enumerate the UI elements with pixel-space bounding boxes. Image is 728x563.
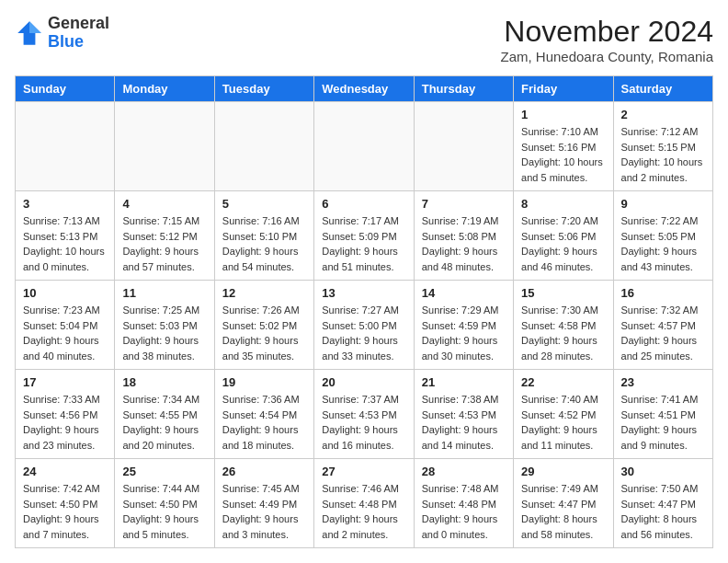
day-number: 2 [621, 108, 705, 121]
calendar-cell: 13Sunrise: 7:27 AMSunset: 5:00 PMDayligh… [314, 281, 414, 370]
calendar-cell: 12Sunrise: 7:26 AMSunset: 5:02 PMDayligh… [214, 281, 313, 370]
calendar-cell: 5Sunrise: 7:16 AMSunset: 5:10 PMDaylight… [214, 191, 313, 281]
calendar-cell: 30Sunrise: 7:50 AMSunset: 4:47 PMDayligh… [613, 459, 712, 548]
day-info: Sunrise: 7:12 AMSunset: 5:15 PMDaylight:… [621, 124, 705, 185]
day-number: 17 [23, 375, 107, 389]
day-number: 13 [322, 286, 405, 300]
day-number: 6 [322, 197, 405, 211]
logo-general: General [48, 14, 109, 32]
calendar-cell [414, 102, 513, 191]
day-info: Sunrise: 7:38 AMSunset: 4:53 PMDaylight:… [422, 392, 506, 453]
day-number: 9 [621, 197, 705, 211]
day-number: 11 [122, 286, 206, 300]
day-number: 8 [521, 197, 605, 211]
day-info: Sunrise: 7:44 AMSunset: 4:50 PMDaylight:… [122, 481, 206, 542]
day-info: Sunrise: 7:30 AMSunset: 4:58 PMDaylight:… [521, 303, 605, 363]
day-info: Sunrise: 7:42 AMSunset: 4:50 PMDaylight:… [23, 481, 107, 542]
month-title: November 2024 [500, 15, 713, 49]
calendar-cell: 26Sunrise: 7:45 AMSunset: 4:49 PMDayligh… [214, 459, 313, 548]
calendar-cell [314, 102, 414, 191]
day-info: Sunrise: 7:45 AMSunset: 4:49 PMDaylight:… [222, 481, 306, 542]
calendar-cell: 27Sunrise: 7:46 AMSunset: 4:48 PMDayligh… [314, 459, 414, 548]
day-info: Sunrise: 7:27 AMSunset: 5:00 PMDaylight:… [322, 303, 405, 363]
calendar-cell: 20Sunrise: 7:37 AMSunset: 4:53 PMDayligh… [314, 370, 414, 459]
calendar-cell: 15Sunrise: 7:30 AMSunset: 4:58 PMDayligh… [514, 281, 613, 370]
day-number: 22 [521, 375, 605, 389]
calendar-cell: 24Sunrise: 7:42 AMSunset: 4:50 PMDayligh… [16, 459, 115, 548]
calendar-cell: 8Sunrise: 7:20 AMSunset: 5:06 PMDaylight… [514, 191, 613, 281]
day-number: 14 [422, 286, 506, 300]
day-number: 30 [621, 465, 705, 478]
calendar-cell: 4Sunrise: 7:15 AMSunset: 5:12 PMDaylight… [115, 191, 214, 281]
day-number: 28 [422, 465, 506, 478]
calendar-cell: 16Sunrise: 7:32 AMSunset: 4:57 PMDayligh… [613, 281, 712, 370]
logo: General Blue [15, 15, 109, 52]
calendar-cell: 6Sunrise: 7:17 AMSunset: 5:09 PMDaylight… [314, 191, 414, 281]
day-info: Sunrise: 7:40 AMSunset: 4:52 PMDaylight:… [521, 392, 605, 453]
day-number: 10 [23, 286, 107, 300]
day-number: 7 [422, 197, 506, 211]
calendar-cell: 28Sunrise: 7:48 AMSunset: 4:48 PMDayligh… [414, 459, 513, 548]
calendar-cell: 7Sunrise: 7:19 AMSunset: 5:08 PMDaylight… [414, 191, 513, 281]
logo-text: General Blue [48, 15, 109, 52]
calendar-cell: 1Sunrise: 7:10 AMSunset: 5:16 PMDaylight… [514, 102, 613, 191]
day-info: Sunrise: 7:49 AMSunset: 4:47 PMDaylight:… [521, 481, 605, 542]
weekday-header: Saturday [613, 76, 712, 102]
day-info: Sunrise: 7:19 AMSunset: 5:08 PMDaylight:… [422, 213, 506, 274]
day-number: 12 [222, 286, 306, 300]
calendar-cell: 21Sunrise: 7:38 AMSunset: 4:53 PMDayligh… [414, 370, 513, 459]
day-info: Sunrise: 7:48 AMSunset: 4:48 PMDaylight:… [422, 481, 506, 542]
calendar-week-row: 24Sunrise: 7:42 AMSunset: 4:50 PMDayligh… [16, 459, 713, 548]
day-info: Sunrise: 7:41 AMSunset: 4:51 PMDaylight:… [621, 392, 705, 453]
location: Zam, Hunedoara County, Romania [500, 49, 713, 64]
day-info: Sunrise: 7:46 AMSunset: 4:48 PMDaylight:… [322, 481, 405, 542]
calendar-cell: 25Sunrise: 7:44 AMSunset: 4:50 PMDayligh… [115, 459, 214, 548]
day-info: Sunrise: 7:26 AMSunset: 5:02 PMDaylight:… [222, 303, 306, 363]
day-number: 27 [322, 465, 405, 478]
day-number: 29 [521, 465, 605, 478]
calendar-cell: 18Sunrise: 7:34 AMSunset: 4:55 PMDayligh… [115, 370, 214, 459]
weekday-header: Sunday [16, 76, 115, 102]
day-info: Sunrise: 7:15 AMSunset: 5:12 PMDaylight:… [122, 213, 206, 274]
day-number: 15 [521, 286, 605, 300]
day-info: Sunrise: 7:16 AMSunset: 5:10 PMDaylight:… [222, 213, 306, 274]
day-info: Sunrise: 7:23 AMSunset: 5:04 PMDaylight:… [23, 303, 107, 363]
day-info: Sunrise: 7:25 AMSunset: 5:03 PMDaylight:… [122, 303, 206, 363]
calendar-cell: 11Sunrise: 7:25 AMSunset: 5:03 PMDayligh… [115, 281, 214, 370]
calendar-cell [214, 102, 313, 191]
calendar-week-row: 1Sunrise: 7:10 AMSunset: 5:16 PMDaylight… [16, 102, 713, 191]
weekday-header: Thursday [414, 76, 513, 102]
calendar-cell: 23Sunrise: 7:41 AMSunset: 4:51 PMDayligh… [613, 370, 712, 459]
calendar-cell [16, 102, 115, 191]
day-number: 4 [122, 197, 206, 211]
day-number: 5 [222, 197, 306, 211]
calendar-cell [115, 102, 214, 191]
day-number: 19 [222, 375, 306, 389]
day-number: 25 [122, 465, 206, 478]
day-number: 24 [23, 465, 107, 478]
logo-icon [15, 18, 44, 48]
weekday-header: Tuesday [214, 76, 313, 102]
logo-blue: Blue [48, 32, 84, 51]
day-info: Sunrise: 7:37 AMSunset: 4:53 PMDaylight:… [322, 392, 405, 453]
calendar-cell: 10Sunrise: 7:23 AMSunset: 5:04 PMDayligh… [16, 281, 115, 370]
calendar-cell: 17Sunrise: 7:33 AMSunset: 4:56 PMDayligh… [16, 370, 115, 459]
page-header: General Blue November 2024 Zam, Hunedoar… [15, 15, 713, 64]
calendar-cell: 9Sunrise: 7:22 AMSunset: 5:05 PMDaylight… [613, 191, 712, 281]
day-info: Sunrise: 7:33 AMSunset: 4:56 PMDaylight:… [23, 392, 107, 453]
day-number: 26 [222, 465, 306, 478]
calendar-cell: 22Sunrise: 7:40 AMSunset: 4:52 PMDayligh… [514, 370, 613, 459]
calendar-cell: 2Sunrise: 7:12 AMSunset: 5:15 PMDaylight… [613, 102, 712, 191]
day-info: Sunrise: 7:32 AMSunset: 4:57 PMDaylight:… [621, 303, 705, 363]
day-info: Sunrise: 7:36 AMSunset: 4:54 PMDaylight:… [222, 392, 306, 453]
weekday-header: Friday [514, 76, 613, 102]
day-info: Sunrise: 7:50 AMSunset: 4:47 PMDaylight:… [621, 481, 705, 542]
day-info: Sunrise: 7:29 AMSunset: 4:59 PMDaylight:… [422, 303, 506, 363]
day-number: 23 [621, 375, 705, 389]
calendar-cell: 19Sunrise: 7:36 AMSunset: 4:54 PMDayligh… [214, 370, 313, 459]
day-info: Sunrise: 7:17 AMSunset: 5:09 PMDaylight:… [322, 213, 405, 274]
day-number: 1 [521, 108, 605, 121]
title-block: November 2024 Zam, Hunedoara County, Rom… [500, 15, 713, 64]
calendar-header-row: SundayMondayTuesdayWednesdayThursdayFrid… [16, 76, 713, 102]
day-info: Sunrise: 7:13 AMSunset: 5:13 PMDaylight:… [23, 213, 107, 274]
